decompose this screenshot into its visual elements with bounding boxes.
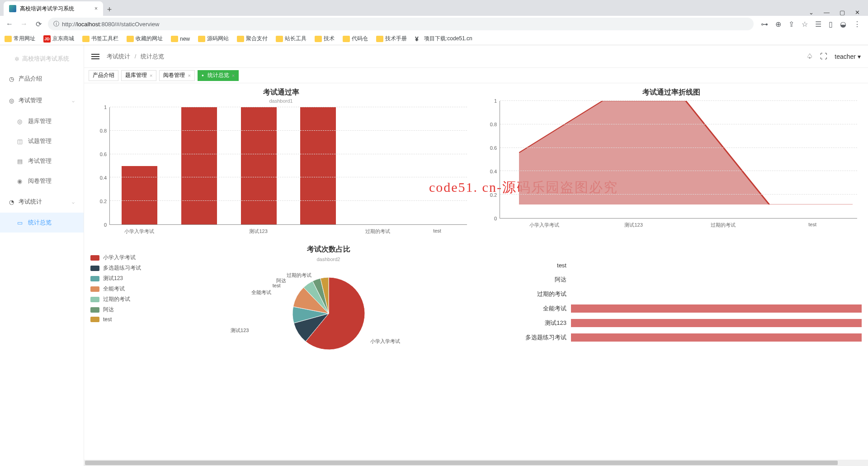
- menu-icon: ◔: [9, 199, 14, 205]
- chart-title: 考试通过率折线图: [481, 88, 862, 97]
- tab-bar: 高校培训考试学习系统 × + ⌄ — ▢ ✕: [0, 0, 868, 16]
- breadcrumb: 考试统计 / 统计总览: [107, 52, 164, 61]
- sidebar-subitem[interactable]: ▤考试管理: [0, 151, 84, 171]
- hbar-row: 多选题练习考试: [512, 331, 862, 344]
- page-tabs: 产品介绍题库管理×阅卷管理×统计总览×: [84, 68, 868, 83]
- close-icon[interactable]: ×: [188, 73, 190, 78]
- share-icon[interactable]: ⇪: [788, 20, 794, 29]
- bookmark-item[interactable]: 源码网站: [198, 35, 229, 43]
- browser-chrome: 高校培训考试学习系统 × + ⌄ — ▢ ✕ ← → ⟳ ⓘ http://lo…: [0, 0, 868, 45]
- topbar-right: ♤ ⛶ teacher ▾: [807, 52, 861, 61]
- bar: [241, 107, 277, 224]
- bookmark-icon: [315, 36, 322, 42]
- page-tab[interactable]: 阅卷管理×: [159, 70, 194, 81]
- reading-list-icon[interactable]: ☰: [815, 20, 821, 29]
- sidebar-subitem[interactable]: ◉阅卷管理: [0, 171, 84, 191]
- sidebar-subitem[interactable]: ◎题库管理: [0, 111, 84, 131]
- hamburger-icon[interactable]: [91, 52, 99, 61]
- sidebar-subitem[interactable]: ▭统计总览: [0, 213, 84, 233]
- reload-button[interactable]: ⟳: [33, 20, 43, 29]
- bookmark-item[interactable]: new: [171, 36, 190, 42]
- page-tab[interactable]: 产品介绍: [89, 70, 118, 81]
- maximize-icon[interactable]: ▢: [840, 9, 845, 16]
- url-text: http://localhost:8080/#/staticOverview: [62, 21, 159, 28]
- bookmark-icon: [171, 36, 178, 42]
- forward-button[interactable]: →: [19, 20, 29, 28]
- bookmark-item[interactable]: 代码仓: [343, 35, 368, 43]
- sidebar-item[interactable]: ◎考试管理⌵: [0, 90, 84, 111]
- submenu-icon: ◫: [17, 138, 24, 145]
- page-tab[interactable]: 统计总览×: [198, 70, 239, 81]
- close-window-icon[interactable]: ✕: [855, 9, 860, 16]
- horizontal-scrollbar[interactable]: [84, 460, 868, 466]
- bar: [122, 166, 157, 225]
- bookmark-item[interactable]: JD京东商城: [43, 35, 74, 43]
- bell-icon[interactable]: ♤: [807, 52, 813, 61]
- bar-chart: 00.20.40.60.81 小学入学考试测试123过期的考试test: [90, 107, 472, 238]
- hbar-chart: test阿达过期的考试全能考试测试123多选题练习考试: [512, 249, 862, 353]
- gear-icon: ✲: [14, 56, 19, 62]
- url-input[interactable]: ⓘ http://localhost:8080/#/staticOverview: [48, 18, 754, 30]
- back-button[interactable]: ←: [5, 20, 14, 28]
- legend-item[interactable]: test: [90, 316, 145, 323]
- menu-icon[interactable]: ⋮: [854, 20, 861, 29]
- bookmark-icon: ¥: [415, 35, 422, 43]
- key-icon[interactable]: ⊶: [761, 20, 768, 29]
- legend-item[interactable]: 小学入学考试: [90, 254, 145, 262]
- bookmark-item[interactable]: 常用网址: [5, 35, 35, 43]
- legend-item[interactable]: 全能考试: [90, 285, 145, 293]
- bookmark-item[interactable]: 站长工具: [276, 35, 307, 43]
- close-icon[interactable]: ×: [150, 73, 152, 78]
- hbar-fill: [571, 319, 862, 327]
- close-icon[interactable]: ×: [232, 73, 235, 78]
- address-actions: ⊶ ⊕ ⇪ ☆ ☰ ▯ ◒ ⋮: [758, 20, 863, 29]
- bookmark-item[interactable]: ¥项目下载:code51.cn: [415, 35, 472, 43]
- browser-tab[interactable]: 高校培训考试学习系统 ×: [4, 1, 103, 16]
- fullscreen-icon[interactable]: ⛶: [820, 52, 827, 61]
- sidebar-item[interactable]: ◔考试统计⌵: [0, 191, 84, 213]
- chevron-down-icon: ▾: [858, 53, 861, 60]
- star-icon[interactable]: ☆: [802, 20, 808, 29]
- hbar-fill: [571, 333, 862, 342]
- chevron-icon: ⌵: [72, 98, 75, 103]
- chevron-down-icon[interactable]: ⌄: [809, 9, 814, 16]
- sidebar-item[interactable]: ◷产品介绍: [0, 68, 84, 90]
- sidebar: ✲ 高校培训考试系统 ◷产品介绍◎考试管理⌵◎题库管理◫试题管理▤考试管理◉阅卷…: [0, 45, 84, 466]
- bookmark-item[interactable]: 技术: [315, 35, 335, 43]
- user-menu[interactable]: teacher ▾: [835, 53, 861, 60]
- bookmark-item[interactable]: 聚合支付: [237, 35, 268, 43]
- legend-item[interactable]: 过期的考试: [90, 295, 145, 303]
- pie-chart-panel: 考试次数占比 dashbord2 过期的考试 阿达 test 全能考试 测试12…: [154, 249, 503, 353]
- close-tab-icon[interactable]: ×: [94, 5, 98, 12]
- line-chart-panel: 考试通过率折线图 00.20.40.60.81 小学入学考试测试123过期的考试…: [481, 88, 862, 238]
- bookmark-icon: [343, 36, 350, 42]
- new-tab-button[interactable]: +: [103, 3, 116, 16]
- hbar-row: 过期的考试: [512, 287, 862, 301]
- content: code51. cn-源码乐园盗图必究 考试通过率 dashbord1 00.2…: [84, 83, 868, 466]
- bookmark-icon: [276, 36, 283, 42]
- submenu-icon: ▤: [17, 158, 24, 165]
- sidebar-subitem[interactable]: ◫试题管理: [0, 131, 84, 151]
- chart-title: 考试次数占比: [154, 245, 503, 254]
- bookmark-icon: [127, 36, 134, 42]
- favicon: [9, 5, 16, 12]
- legend-item[interactable]: 阿达: [90, 306, 145, 314]
- line-chart: 00.20.40.60.81 小学入学考试测试123过期的考试test: [481, 101, 862, 232]
- submenu-icon: ◎: [17, 118, 24, 125]
- main: 考试统计 / 统计总览 ♤ ⛶ teacher ▾ 产品介绍题库管理×阅卷管理×…: [84, 45, 868, 466]
- bookmark-item[interactable]: 收藏的网址: [127, 35, 163, 43]
- legend-item[interactable]: 测试123: [90, 275, 145, 282]
- bookmarks-bar: 常用网址JD京东商城书签工具栏收藏的网址new源码网站聚合支付站长工具技术代码仓…: [0, 32, 868, 45]
- zoom-icon[interactable]: ⊕: [775, 20, 781, 29]
- bar-chart-panel: 考试通过率 dashbord1 00.20.40.60.81 小学入学考试测试1…: [90, 88, 472, 238]
- bar: [181, 107, 217, 224]
- hbar-row: test: [512, 258, 862, 272]
- page-tab[interactable]: 题库管理×: [121, 70, 156, 81]
- bar: [300, 107, 336, 224]
- panel-icon[interactable]: ▯: [829, 20, 833, 29]
- legend-item[interactable]: 多选题练习考试: [90, 264, 145, 272]
- minimize-icon[interactable]: —: [824, 9, 830, 16]
- profile-icon[interactable]: ◒: [840, 20, 846, 29]
- bookmark-item[interactable]: 书签工具栏: [82, 35, 118, 43]
- bookmark-item[interactable]: 技术手册: [376, 35, 407, 43]
